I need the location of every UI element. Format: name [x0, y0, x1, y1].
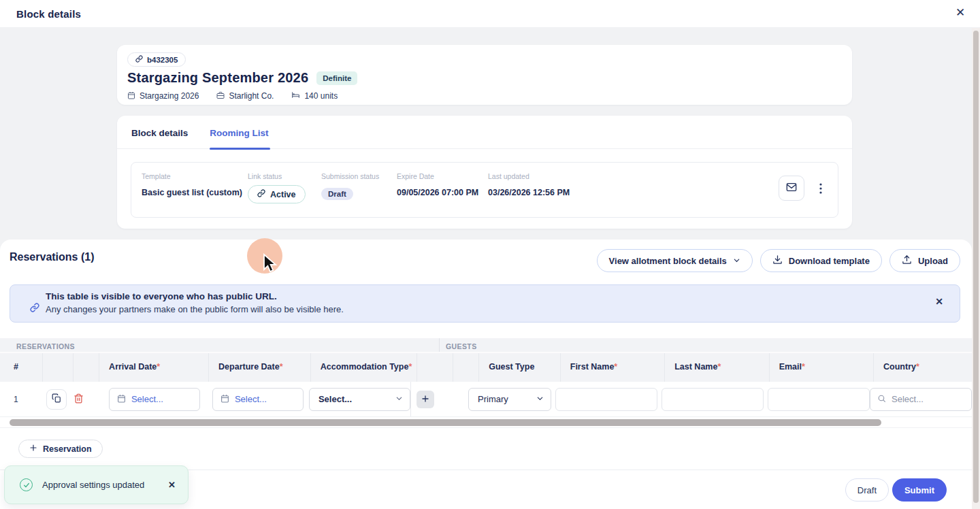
email-field[interactable] — [768, 388, 870, 411]
departure-date-placeholder: Select... — [235, 394, 267, 404]
link-icon — [30, 303, 39, 315]
rooming-card: Block details Rooming List Template Basi… — [117, 116, 852, 229]
meta-units: 140 units — [291, 91, 338, 101]
delete-row-button[interactable] — [74, 393, 84, 406]
add-guest-button[interactable] — [416, 391, 434, 408]
meta-company-label: Starlight Co. — [229, 91, 274, 101]
meta-units-label: 140 units — [304, 91, 338, 101]
calendar-icon — [117, 394, 126, 405]
trash-icon — [74, 393, 84, 406]
accommodation-type-select[interactable]: Select... — [309, 388, 410, 411]
status-badge: Definite — [316, 71, 357, 85]
view-allotment-block-details-button[interactable]: View allotment block details — [597, 249, 753, 272]
page-title: Block details — [16, 0, 81, 28]
add-reservation-label: Reservation — [43, 444, 92, 454]
country-select[interactable]: Select... — [870, 388, 972, 411]
group-header-reservations: RESERVATIONS — [0, 338, 439, 352]
submission-status-column-label: Submission status — [321, 172, 397, 180]
block-id-label: b432305 — [147, 56, 178, 64]
template-name: Basic guest list (custom) — [142, 188, 248, 197]
add-reservation-button[interactable]: Reservation — [18, 440, 103, 458]
meta-company: Starlight Co. — [216, 91, 274, 101]
mouse-cursor — [260, 253, 279, 276]
download-icon — [772, 255, 783, 267]
link-status-column-label: Link status — [248, 172, 321, 180]
template-column-label: Template — [142, 172, 248, 180]
reservations-table: RESERVATIONS GUESTS # Arrival Date* Depa… — [0, 338, 972, 428]
download-template-button[interactable]: Download template — [760, 249, 882, 272]
banner-subtitle: Any changes your partners make on the pu… — [46, 304, 960, 314]
calendar-icon — [220, 394, 229, 405]
row-index: 1 — [0, 395, 18, 404]
column-header-index: # — [0, 353, 43, 382]
link-status-label: Active — [270, 190, 296, 199]
last-updated-value: 03/26/2026 12:56 PM — [488, 188, 779, 197]
block-summary-card: b432305 Stargazing September 2026 Defini… — [117, 45, 852, 105]
reservations-toolbar: View allotment block details Download te… — [597, 249, 960, 272]
column-header-email: Email* — [770, 353, 874, 382]
column-header-delete — [74, 353, 100, 382]
upload-button[interactable]: Upload — [889, 249, 960, 272]
template-row: Template Basic guest list (custom) Link … — [131, 162, 838, 218]
email-button[interactable] — [779, 176, 804, 201]
horizontal-scrollbar-thumb[interactable] — [10, 419, 881, 426]
accommodation-placeholder: Select... — [318, 394, 352, 404]
upload-label: Upload — [918, 256, 948, 266]
vertical-scrollbar-thumb[interactable] — [973, 31, 979, 503]
link-icon — [135, 55, 143, 64]
copy-icon — [52, 393, 61, 405]
search-icon — [877, 394, 886, 405]
chevron-down-icon — [733, 256, 740, 266]
meta-event-label: Stargazing 2026 — [140, 91, 199, 101]
column-header-last-name: Last Name* — [665, 353, 769, 382]
bed-icon — [291, 91, 300, 101]
column-header-departure: Departure Date* — [209, 353, 311, 382]
column-header-copy — [43, 353, 73, 382]
column-header-country: Country* — [874, 353, 972, 382]
arrival-date-placeholder: Select... — [131, 394, 163, 404]
guest-type-select[interactable]: Primary — [468, 388, 551, 411]
public-url-banner: This table is visible to everyone who ha… — [10, 284, 960, 323]
toast-close-icon[interactable]: ✕ — [168, 480, 176, 490]
arrival-date-picker[interactable]: Select... — [109, 388, 200, 411]
submission-status-pill: Draft — [321, 188, 353, 200]
download-template-label: Download template — [789, 256, 870, 266]
plus-icon — [29, 444, 37, 454]
upload-icon — [902, 255, 912, 267]
last-name-field[interactable] — [662, 388, 764, 411]
guest-type-value: Primary — [478, 394, 508, 404]
modal-header: Block details ✕ — [0, 0, 980, 28]
toast-notification: Approval settings updated ✕ — [4, 465, 189, 504]
column-header-add-guest — [417, 353, 453, 382]
horizontal-scrollbar[interactable] — [0, 417, 972, 428]
departure-date-picker[interactable]: Select... — [212, 388, 304, 411]
submit-button[interactable]: Submit — [892, 478, 947, 502]
link-icon — [257, 189, 265, 199]
country-placeholder: Select... — [892, 394, 924, 404]
group-header-guests: GUESTS — [439, 338, 972, 352]
duplicate-row-button[interactable] — [46, 389, 67, 410]
column-header-accommodation: Accommodation Type* — [311, 353, 417, 382]
banner-title: This table is visible to everyone who ha… — [46, 291, 960, 301]
tab-block-details[interactable]: Block details — [131, 128, 188, 148]
column-header-first-name: First Name* — [561, 353, 665, 382]
banner-close-icon[interactable]: ✕ — [935, 296, 943, 307]
block-id-badge[interactable]: b432305 — [127, 52, 186, 67]
column-header-spacer — [453, 353, 480, 382]
link-status-pill[interactable]: Active — [248, 185, 306, 203]
chevron-down-icon — [536, 394, 544, 404]
briefcase-icon — [216, 91, 225, 101]
reservations-heading: Reservations (1) — [10, 251, 95, 263]
close-icon[interactable]: ✕ — [951, 3, 969, 21]
toast-message: Approval settings updated — [42, 480, 168, 490]
expire-date-value: 09/05/2026 07:00 PM — [397, 188, 488, 197]
plus-icon — [421, 393, 429, 405]
view-allotment-label: View allotment block details — [609, 256, 727, 266]
draft-button[interactable]: Draft — [845, 478, 889, 502]
table-row: 1 Select... Select... — [0, 382, 972, 417]
column-header-guest-type: Guest Type — [479, 353, 561, 382]
vertical-scrollbar[interactable] — [972, 28, 980, 509]
first-name-field[interactable] — [555, 388, 657, 411]
more-options-icon[interactable] — [816, 183, 826, 194]
tab-rooming-list[interactable]: Rooming List — [210, 128, 268, 148]
